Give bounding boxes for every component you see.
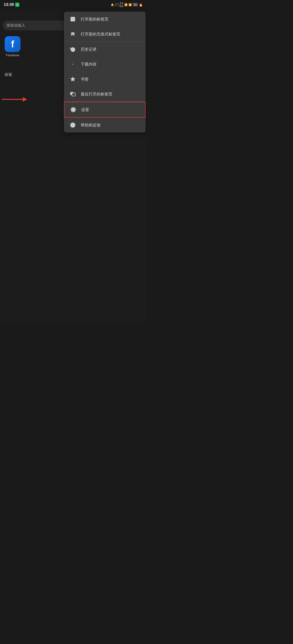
settings-label: 设置 [81,107,89,112]
menu-item-settings[interactable]: 设置 [64,102,146,118]
facebook-shortcut[interactable]: f Facebook [5,36,20,57]
time-display: 13:39 [4,2,14,7]
plus-square-icon [70,16,76,22]
incognito-label: 打开新的无痕式标签页 [81,32,120,37]
help-icon [70,122,76,128]
menu-item-new-tab[interactable]: 打开新的标签页 [64,12,146,26]
battery-level: 53 [134,3,137,6]
menu-item-help[interactable]: 帮助和反馈 [64,118,146,132]
timer-icon: ⏳ [15,2,19,7]
incognito-icon [70,31,76,37]
menu-item-downloads[interactable]: 下载内容 [64,57,146,72]
context-menu: 打开新的标签页 打开新的无痕式标签页 历史记录 [64,12,146,132]
wifi-icon: 📶 [124,3,128,6]
battery-indicator: 53 [133,3,138,6]
gear-icon [70,106,76,113]
download-icon [70,61,76,68]
bookmarks-label: 书签 [81,76,89,82]
svg-marker-10 [70,76,75,82]
menu-item-recent-tabs[interactable]: 最近打开的标签页 [64,86,146,102]
recent-tabs-icon [70,91,76,97]
menu-item-history[interactable]: 历史记录 [64,42,146,57]
network-speed: 3.3K/s [120,2,124,8]
new-tab-label: 打开新的标签页 [81,16,108,22]
status-icons: 🔔 📳 3.3K/s 📶 📶 53 🔥 [111,2,143,8]
recent-tabs-label: 最近打开的标签页 [81,92,112,97]
menu-item-incognito[interactable]: 打开新的无痕式标签页 [64,26,146,42]
status-bar: 13:39 ⏳ 🔔 📳 3.3K/s 📶 📶 53 🔥 [0,0,146,9]
arrow-head [23,97,27,102]
svg-point-4 [71,34,72,36]
help-label: 帮助和反馈 [81,122,100,128]
facebook-label: Facebook [6,54,19,57]
explore-label: 探索 [5,72,12,77]
svg-rect-12 [72,93,75,96]
history-label: 历史记录 [81,47,96,52]
svg-rect-0 [70,17,75,22]
signal-icon: 📶 [128,3,132,6]
status-time: 13:39 ⏳ [4,2,19,7]
arrow-line [2,99,23,100]
highlight-arrow [2,97,27,102]
history-icon [70,46,76,52]
vibrate-icon: 📳 [115,3,119,6]
menu-item-bookmarks[interactable]: 书签 [64,72,146,86]
svg-point-5 [73,34,75,36]
alarm-icon: 🔔 [111,3,114,6]
star-icon [70,76,76,82]
facebook-icon: f [5,36,20,52]
svg-rect-7 [71,33,75,33]
search-placeholder: 搜索或输入 [6,23,25,28]
downloads-label: 下载内容 [81,62,96,67]
battery-charging-icon: 🔥 [139,3,143,6]
